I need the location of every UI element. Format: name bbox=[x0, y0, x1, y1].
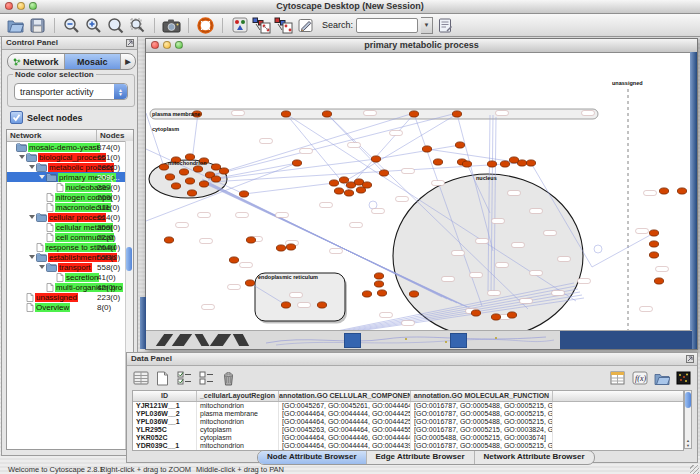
float-panel-icon[interactable] bbox=[686, 355, 694, 363]
tab-mosaic[interactable]: Mosaic bbox=[65, 54, 122, 69]
expand-arrow-icon[interactable] bbox=[19, 155, 25, 159]
table-cell[interactable]: [GO:0005488, GO:0005215, GO:0003674] bbox=[411, 434, 553, 442]
vizmapper-icon[interactable] bbox=[230, 16, 249, 35]
matrix-view-icon[interactable] bbox=[674, 369, 693, 388]
expand-arrow-icon[interactable] bbox=[39, 175, 45, 179]
table-cell[interactable]: [GO:0045267, GO:0045261, GO:0044464, G..… bbox=[279, 402, 411, 410]
tree-row[interactable]: establishment of lo558(0) bbox=[7, 252, 133, 262]
search-dropdown-arrow[interactable]: ▼ bbox=[421, 17, 433, 34]
float-panel-icon[interactable] bbox=[126, 39, 134, 47]
expand-arrow-icon[interactable] bbox=[29, 255, 35, 259]
tree-row[interactable]: cellular process614(0) bbox=[7, 212, 133, 222]
table-row[interactable]: YPL036W__2plasma membrane[GO:0044464, GO… bbox=[133, 410, 683, 418]
tree-item-label[interactable]: Overview bbox=[35, 303, 70, 312]
tree-row[interactable]: multi-organism pro42(0) bbox=[7, 282, 133, 292]
tree-row[interactable]: mosaic-demo-yeast874(0) bbox=[7, 142, 133, 152]
table-cell[interactable]: [GO:0016787, GO:0005488, GO:0005215, G..… bbox=[411, 410, 553, 418]
table-scrollbar[interactable]: ▲▼ bbox=[684, 390, 692, 449]
expand-arrow-icon[interactable] bbox=[39, 265, 45, 269]
create-attribute-icon[interactable] bbox=[153, 369, 172, 388]
table-column-header[interactable]: annotation.GO MOLECULAR_FUNCTION bbox=[411, 391, 553, 401]
table-cell[interactable]: YLR295C bbox=[133, 426, 197, 434]
tree-row[interactable]: nucleobase-209(0) bbox=[7, 182, 133, 192]
table-column-header[interactable]: annotation.GO CELLULAR_COMPONENT bbox=[279, 391, 411, 401]
tree-row[interactable]: unassigned223(0) bbox=[7, 292, 133, 302]
table-cell[interactable] bbox=[553, 418, 683, 426]
table-scrollbar-arrows[interactable]: ▲▼ bbox=[685, 438, 691, 448]
table-cell[interactable]: mitochondrion bbox=[197, 402, 279, 410]
table-cell[interactable]: YJR121W__1 bbox=[133, 402, 197, 410]
tree-row[interactable]: primary metabo209(... bbox=[7, 172, 133, 182]
zoom-out-icon[interactable] bbox=[62, 16, 81, 35]
import-attributes-icon[interactable] bbox=[652, 369, 671, 388]
table-column-header[interactable]: _cellularLayoutRegion bbox=[197, 391, 279, 401]
network-view-window[interactable]: primary metabolic process plasma membran… bbox=[145, 38, 698, 350]
tree-item-label[interactable]: mosaic-demo-yeast bbox=[28, 143, 100, 152]
table-cell[interactable]: [GO:0044464, GO:0044444, GO:0044439, G..… bbox=[279, 442, 411, 450]
table-cell[interactable]: [GO:0044464, GO:0044444, GO:0044425, G..… bbox=[279, 418, 411, 426]
tree-row[interactable]: response to stimulu264(0) bbox=[7, 242, 133, 252]
table-row[interactable]: YKR052Ccytoplasm[GO:0044464, GO:0044446,… bbox=[133, 434, 683, 442]
zoom-selected-icon[interactable] bbox=[128, 16, 147, 35]
table-cell[interactable]: YPL036W__1 bbox=[133, 418, 197, 426]
attribute-batch-editor-icon[interactable] bbox=[608, 369, 627, 388]
table-cell[interactable]: [GO:0044464, GO:0044446, GO:0044444, G..… bbox=[279, 434, 411, 442]
tree-col-nodes[interactable]: Nodes bbox=[97, 130, 133, 141]
table-cell[interactable]: [GO:0016787, GO:0005488, GO:0005215, G..… bbox=[411, 418, 553, 426]
table-cell[interactable] bbox=[553, 442, 683, 450]
table-column-header[interactable] bbox=[553, 391, 683, 401]
unselect-all-attributes-icon[interactable] bbox=[197, 369, 216, 388]
expand-arrow-icon[interactable] bbox=[29, 215, 35, 219]
tree-item-label[interactable]: transport bbox=[58, 263, 92, 272]
tree-row[interactable]: nitrogen compo209(0) bbox=[7, 192, 133, 202]
table-cell[interactable]: cytoplasm bbox=[197, 434, 279, 442]
app-titlebar[interactable]: Cytoscape Desktop (New Session) bbox=[0, 0, 700, 14]
tree-item-label[interactable]: biological_process bbox=[38, 153, 106, 162]
tree-row[interactable]: metabolic process280(0) bbox=[7, 162, 133, 172]
tree-row[interactable]: transport558(0) bbox=[7, 262, 133, 272]
table-cell[interactable]: mitochondrion bbox=[197, 418, 279, 426]
table-row[interactable]: YLR295Ccytoplasm[GO:0045263, GO:0044464,… bbox=[133, 426, 683, 434]
table-cell[interactable]: [GO:0016787, GO:0005488, GO:0005215, G..… bbox=[411, 402, 553, 410]
table-column-header[interactable]: ID bbox=[133, 391, 197, 401]
table-cell[interactable] bbox=[553, 402, 683, 410]
search-options-icon[interactable] bbox=[436, 16, 455, 35]
create-network-from-selected-all-edges-icon[interactable] bbox=[252, 16, 271, 35]
tabs-overflow-arrow[interactable]: ▶ bbox=[121, 54, 135, 69]
table-cell[interactable] bbox=[553, 426, 683, 434]
open-file-icon[interactable] bbox=[6, 16, 25, 35]
zoom-fit-icon[interactable] bbox=[106, 16, 125, 35]
annotation-icon[interactable] bbox=[296, 16, 315, 35]
network-window-titlebar[interactable]: primary metabolic process bbox=[146, 39, 697, 53]
tree-row[interactable]: secretion41(0) bbox=[7, 272, 133, 282]
tree-row[interactable]: Overview8(0) bbox=[7, 302, 133, 312]
help-icon[interactable] bbox=[196, 16, 215, 35]
snapshot-icon[interactable] bbox=[162, 16, 181, 35]
tree-scrollbar-thumb[interactable] bbox=[126, 247, 132, 271]
select-all-attributes-icon[interactable] bbox=[175, 369, 194, 388]
function-builder-icon[interactable]: f(x) bbox=[630, 369, 649, 388]
table-cell[interactable] bbox=[553, 410, 683, 418]
node-color-attribute-select[interactable]: transporter activity ▲▼ bbox=[14, 83, 128, 100]
table-cell[interactable] bbox=[553, 434, 683, 442]
delete-attribute-icon[interactable] bbox=[219, 369, 238, 388]
table-cell[interactable]: YDR039C__1 bbox=[133, 442, 197, 450]
attribute-select-icon[interactable] bbox=[131, 369, 150, 388]
tree-row[interactable]: macromolecule311(0) bbox=[7, 202, 133, 212]
search-input[interactable] bbox=[356, 18, 418, 33]
table-row[interactable]: YPL036W__1mitochondrion[GO:0044464, GO:0… bbox=[133, 418, 683, 426]
table-row[interactable]: YDR039C__1mitochondrion[GO:0044464, GO:0… bbox=[133, 442, 683, 450]
zoom-in-icon[interactable] bbox=[84, 16, 103, 35]
table-cell[interactable]: [GO:0016787, GO:0005215, GO:0003824, G..… bbox=[411, 426, 553, 434]
create-network-from-selected-selected-edges-icon[interactable] bbox=[274, 16, 293, 35]
tree-item-label[interactable]: secretion bbox=[65, 273, 99, 282]
table-cell[interactable]: YPL036W__2 bbox=[133, 410, 197, 418]
tree-col-network[interactable]: Network bbox=[7, 130, 97, 141]
tree-item-label[interactable]: unassigned bbox=[35, 293, 78, 302]
table-cell[interactable]: mitochondrion bbox=[197, 442, 279, 450]
network-canvas[interactable]: plasma membranecytoplasmmitochondrionnuc… bbox=[146, 53, 690, 332]
table-cell[interactable]: [GO:0016787, GO:0005488, GO:0005215, G..… bbox=[411, 442, 553, 450]
resize-grip[interactable] bbox=[690, 465, 699, 474]
table-cell[interactable]: [GO:0044464, GO:0044444, GO:0044425, G..… bbox=[279, 410, 411, 418]
network-graph[interactable]: plasma membranecytoplasmmitochondrionnuc… bbox=[146, 53, 690, 332]
